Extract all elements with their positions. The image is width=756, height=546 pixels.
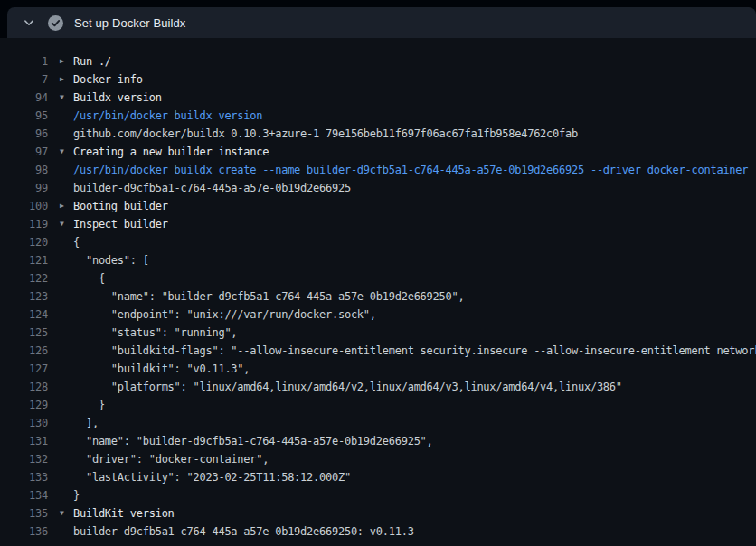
triangle-down-icon[interactable]: ▼ — [48, 143, 73, 161]
output-text: "buildkitd-flags": "--allow-insecure-ent… — [73, 342, 756, 360]
line-number[interactable]: 129 — [0, 396, 48, 414]
group-title[interactable]: Inspect builder — [73, 215, 756, 233]
step-header[interactable]: Set up Docker Buildx — [7, 7, 756, 38]
log-area: 1▶Run ./7▶Docker info94▼Buildx version95… — [0, 38, 756, 546]
log-group-row[interactable]: 100▶Booting builder — [0, 197, 756, 215]
line-number[interactable]: 100 — [0, 197, 48, 215]
line-number[interactable]: 131 — [0, 432, 48, 450]
line-number[interactable]: 127 — [0, 360, 48, 378]
output-text: "status": "running", — [73, 324, 756, 342]
line-number[interactable]: 133 — [0, 468, 48, 486]
triangle-right-icon[interactable]: ▶ — [48, 52, 73, 71]
log-line: 133 "lastActivity": "2023-02-25T11:58:12… — [0, 468, 756, 486]
line-number[interactable]: 98 — [0, 161, 48, 179]
gutter-spacer — [48, 251, 73, 269]
log-group-row[interactable]: 135▼BuildKit version — [0, 504, 756, 522]
gutter-spacer — [48, 378, 73, 396]
line-number[interactable]: 121 — [0, 251, 48, 269]
gutter-spacer — [48, 432, 73, 450]
line-number[interactable]: 130 — [0, 414, 48, 432]
triangle-right-icon[interactable]: ▶ — [48, 197, 73, 215]
output-text: "driver": "docker-container", — [73, 450, 756, 468]
line-number[interactable]: 136 — [0, 522, 48, 541]
line-number[interactable]: 134 — [0, 486, 48, 504]
log-group-row[interactable]: 7▶Docker info — [0, 71, 756, 89]
line-number[interactable]: 120 — [0, 233, 48, 251]
output-text: "name": "builder-d9cfb5a1-c764-445a-a57e… — [73, 432, 756, 450]
log-group-row[interactable]: 1▶Run ./ — [0, 52, 756, 71]
line-number[interactable]: 122 — [0, 269, 48, 287]
group-title[interactable]: Buildx version — [73, 89, 756, 107]
gutter-spacer — [48, 306, 73, 324]
output-text: builder-d9cfb5a1-c764-445a-a57e-0b19d2e6… — [73, 179, 756, 197]
command-text: /usr/bin/docker buildx create --name bui… — [73, 161, 756, 179]
gutter-spacer — [48, 450, 73, 468]
log-group-row[interactable]: 94▼Buildx version — [0, 89, 756, 107]
log-lines: 1▶Run ./7▶Docker info94▼Buildx version95… — [0, 52, 756, 541]
log-line: 136builder-d9cfb5a1-c764-445a-a57e-0b19d… — [0, 522, 756, 541]
line-number[interactable]: 125 — [0, 324, 48, 342]
log-line: 122 { — [0, 269, 756, 287]
line-number[interactable]: 95 — [0, 107, 48, 125]
output-text: "name": "builder-d9cfb5a1-c764-445a-a57e… — [73, 287, 756, 306]
output-text: ], — [73, 414, 756, 432]
log-line: 127 "buildkit": "v0.11.3", — [0, 360, 756, 378]
line-number[interactable]: 124 — [0, 306, 48, 324]
log-line: 128 "platforms": "linux/amd64,linux/amd6… — [0, 378, 756, 396]
gutter-spacer — [48, 486, 73, 504]
log-line: 98/usr/bin/docker buildx create --name b… — [0, 161, 756, 179]
line-number[interactable]: 1 — [0, 52, 48, 71]
line-number[interactable]: 119 — [0, 215, 48, 233]
gutter-spacer — [48, 233, 73, 251]
log-line: 134} — [0, 486, 756, 504]
log-group-row[interactable]: 119▼Inspect builder — [0, 215, 756, 233]
triangle-down-icon[interactable]: ▼ — [48, 504, 73, 522]
group-title[interactable]: Docker info — [73, 71, 756, 89]
line-number[interactable]: 99 — [0, 179, 48, 197]
step-title: Set up Docker Buildx — [74, 16, 185, 30]
triangle-down-icon[interactable]: ▼ — [48, 215, 73, 233]
output-text: } — [73, 486, 756, 504]
gutter-spacer — [48, 468, 73, 486]
log-group-row[interactable]: 97▼Creating a new builder instance — [0, 143, 756, 161]
line-number[interactable]: 97 — [0, 143, 48, 161]
line-number[interactable]: 123 — [0, 287, 48, 306]
log-line: 121 "nodes": [ — [0, 251, 756, 269]
output-text: "nodes": [ — [73, 251, 756, 269]
group-title[interactable]: Booting builder — [73, 197, 756, 215]
gutter-spacer — [48, 324, 73, 342]
log-line: 96github.com/docker/buildx 0.10.3+azure-… — [0, 125, 756, 143]
line-number[interactable]: 132 — [0, 450, 48, 468]
chevron-down-icon[interactable] — [16, 17, 42, 28]
line-number[interactable]: 135 — [0, 504, 48, 522]
gutter-spacer — [48, 522, 73, 541]
output-text: "platforms": "linux/amd64,linux/amd64/v2… — [73, 378, 756, 396]
gutter-spacer — [48, 396, 73, 414]
gutter-spacer — [48, 342, 73, 360]
triangle-right-icon[interactable]: ▶ — [48, 71, 73, 89]
gutter-spacer — [48, 287, 73, 306]
log-line: 99builder-d9cfb5a1-c764-445a-a57e-0b19d2… — [0, 179, 756, 197]
line-number[interactable]: 126 — [0, 342, 48, 360]
line-number[interactable]: 96 — [0, 125, 48, 143]
log-line: 126 "buildkitd-flags": "--allow-insecure… — [0, 342, 756, 360]
output-text: { — [73, 233, 756, 251]
log-line: 132 "driver": "docker-container", — [0, 450, 756, 468]
triangle-down-icon[interactable]: ▼ — [48, 89, 73, 107]
output-text: builder-d9cfb5a1-c764-445a-a57e-0b19d2e6… — [73, 522, 756, 541]
line-number[interactable]: 94 — [0, 89, 48, 107]
gutter-spacer — [48, 125, 73, 143]
gutter-spacer — [48, 179, 73, 197]
log-line: 125 "status": "running", — [0, 324, 756, 342]
group-title[interactable]: Creating a new builder instance — [73, 143, 756, 161]
group-title[interactable]: Run ./ — [73, 52, 756, 71]
log-line: 95/usr/bin/docker buildx version — [0, 107, 756, 125]
output-text: "endpoint": "unix:///var/run/docker.sock… — [73, 306, 756, 324]
line-number[interactable]: 7 — [0, 71, 48, 89]
page-top-strip: Set up Docker Buildx — [0, 0, 756, 38]
log-line: 130 ], — [0, 414, 756, 432]
line-number[interactable]: 128 — [0, 378, 48, 396]
gutter-spacer — [48, 107, 73, 125]
group-title[interactable]: BuildKit version — [73, 504, 756, 522]
log-line: 131 "name": "builder-d9cfb5a1-c764-445a-… — [0, 432, 756, 450]
